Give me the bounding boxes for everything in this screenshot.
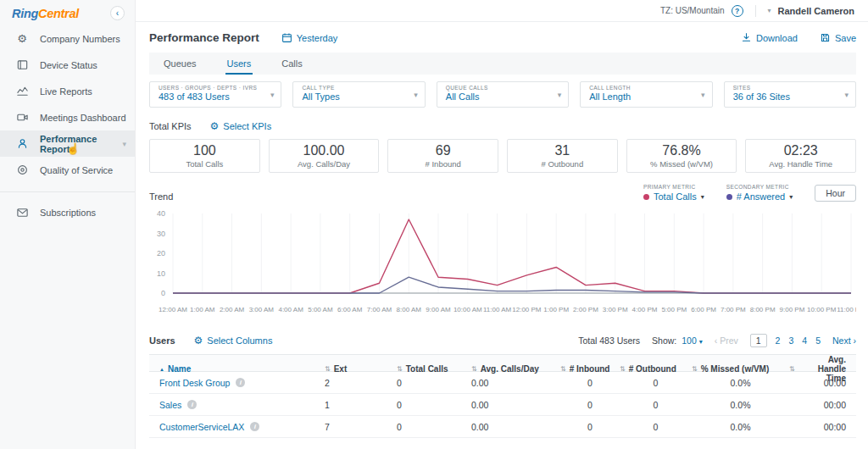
gear-icon: ⚙ [15,32,29,46]
svg-text:4:00 AM: 4:00 AM [278,306,303,313]
table-cell: 0 [560,378,620,388]
table-cell: 0 [620,400,692,410]
filter-users-groups[interactable]: USERS · GROUPS · DEPTS · IVRS 483 of 483… [149,81,281,108]
kpi-card-handle-time: 02:23 Avg. Handle Time [745,139,856,173]
pagination: 1 2 3 4 5 [750,334,821,347]
tab-queues[interactable]: Queues [164,53,197,75]
filter-queue-calls[interactable]: QUEUE CALLS All Calls ▾ [437,81,569,108]
page-size-select[interactable]: 100 ▾ [682,335,702,346]
kpi-card-total-calls: 100 Total Calls [149,139,260,173]
sidebar-item-meetings-dashboard[interactable]: Meetings Dashboard [0,104,135,130]
sort-icon: ⇅ [692,365,698,373]
date-range-picker[interactable]: Yesterday [281,32,338,43]
page-button-3[interactable]: 3 [788,335,793,346]
sidebar-item-live-reports[interactable]: Live Reports [0,78,135,104]
table-cell: 0.0% [692,400,789,410]
topbar-divider [755,5,756,17]
kpi-card-inbound: 69 # Inbound [387,139,498,173]
secondary-metric-select[interactable]: # Answered ▾ [726,191,793,202]
page-button-4[interactable]: 4 [802,335,807,346]
info-icon[interactable]: i [236,378,245,387]
filter-bar: USERS · GROUPS · DEPTS · IVRS 483 of 483… [149,81,856,108]
sidebar-item-label: Company Numbers [40,34,120,44]
info-icon[interactable]: i [187,400,197,409]
sidebar-item-company-numbers[interactable]: ⚙ Company Numbers [0,25,135,52]
svg-text:10:00 AM: 10:00 AM [453,306,482,313]
table-cell: 0 [397,400,471,410]
kpi-cards: 100 Total Calls 100.00 Avg. Calls/Day 69… [149,139,856,173]
column-header-inbound[interactable]: ⇅# Inbound [560,364,620,374]
column-header-avg-calls-day[interactable]: ⇅Avg. Calls/Day [471,364,560,374]
column-header-missed[interactable]: ⇅% Missed (w/VM) [692,364,789,374]
user-name-link[interactable]: Sales [159,400,181,410]
filter-call-type[interactable]: CALL TYPE All Types ▾ [292,81,425,108]
interval-hour-button[interactable]: Hour [815,185,856,202]
save-button[interactable]: Save [820,32,856,43]
table-cell: 00:00 [789,422,846,432]
svg-text:6:00 PM: 6:00 PM [691,306,716,313]
select-kpis-button[interactable]: ⚙ Select KPIs [210,120,272,132]
column-header-ext[interactable]: ⇅Ext [325,364,397,374]
sidebar-item-quality-of-service[interactable]: Quality of Service [0,157,135,183]
help-icon[interactable]: ? [732,5,743,17]
kpi-card-missed: 76.8% % Missed (w/VM) [626,139,737,173]
filter-sites[interactable]: SITES 36 of 36 Sites ▾ [724,81,856,108]
svg-text:6:00 AM: 6:00 AM [337,306,363,313]
device-icon [15,58,29,72]
page-button-2[interactable]: 2 [776,335,781,346]
sidebar-item-label: Quality of Service [40,165,113,175]
download-button[interactable]: Download [741,32,798,43]
kpis-section-title: Total KPIs [149,121,192,131]
page-button-5[interactable]: 5 [815,335,821,346]
chevron-down-icon: ▾ [558,91,562,99]
column-header-total-calls[interactable]: ⇅Total Calls [397,364,471,374]
svg-text:1:00 PM: 1:00 PM [543,306,569,313]
next-page-button[interactable]: Next › [832,335,856,346]
kpi-card-avg-calls-day: 100.00 Avg. Calls/Day [269,139,380,173]
select-columns-button[interactable]: ⚙ Select Columns [194,335,273,346]
total-users-label: Total 483 Users [578,335,640,346]
primary-metric-select[interactable]: Total Calls ▾ [643,191,704,202]
sidebar-divider [0,191,135,192]
prev-page-button[interactable]: ‹ Prev [715,335,738,346]
report-tabs: Queues Users Calls [149,53,856,75]
tab-calls[interactable]: Calls [281,53,302,75]
date-range-value: Yesterday [297,33,338,43]
sidebar-nav: ⚙ Company Numbers Device Status Live Rep… [0,25,135,225]
column-header-outbound[interactable]: ⇅# Outbound [620,364,692,374]
page-button-1[interactable]: 1 [750,334,767,347]
svg-text:5:00 PM: 5:00 PM [661,306,687,313]
user-menu[interactable]: Randell Cameron [778,6,854,16]
timezone-label: TZ: US/Mountain [660,6,725,15]
video-icon [15,111,29,125]
user-name-link[interactable]: Front Desk Group [159,378,230,388]
sort-icon: ⇅ [325,365,331,373]
person-icon [15,137,29,151]
sidebar-item-label: Device Status [40,60,97,70]
sidebar-item-subscriptions[interactable]: Subscriptions [0,199,135,225]
tab-users[interactable]: Users [227,53,252,75]
primary-metric-control: PRIMARY METRIC Total Calls ▾ [643,184,704,202]
svg-text:30: 30 [157,230,165,238]
gear-icon: ⚙ [194,335,203,346]
sidebar-collapse-button[interactable]: ‹ [110,6,125,20]
topbar: TZ: US/Mountain ? ▾ Randell Cameron [136,0,868,22]
table-cell: 2 [325,378,397,388]
filter-call-length[interactable]: CALL LENGTH All Length ▾ [580,81,712,108]
column-header-name[interactable]: ▲Name [159,364,325,374]
sort-icon: ⇅ [789,365,795,373]
sidebar-item-device-status[interactable]: Device Status [0,52,135,78]
users-section-title: Users [149,335,175,346]
chevron-down-icon: ▾ [699,338,703,346]
chevron-down-icon: ▾ [414,91,418,99]
sort-icon: ⇅ [560,365,566,373]
content: Performance Report Yesterday Download Sa… [136,22,868,438]
chevron-down-icon: ▾ [701,193,704,201]
svg-text:2:00 AM: 2:00 AM [220,306,245,313]
name-cell: CustomerServiceLAXi [159,422,325,432]
gear-icon: ⚙ [210,120,220,132]
user-name-link[interactable]: CustomerServiceLAX [159,422,244,432]
svg-text:10:00 PM: 10:00 PM [807,306,837,313]
sort-icon: ⇅ [471,365,477,373]
info-icon[interactable]: i [250,422,259,431]
